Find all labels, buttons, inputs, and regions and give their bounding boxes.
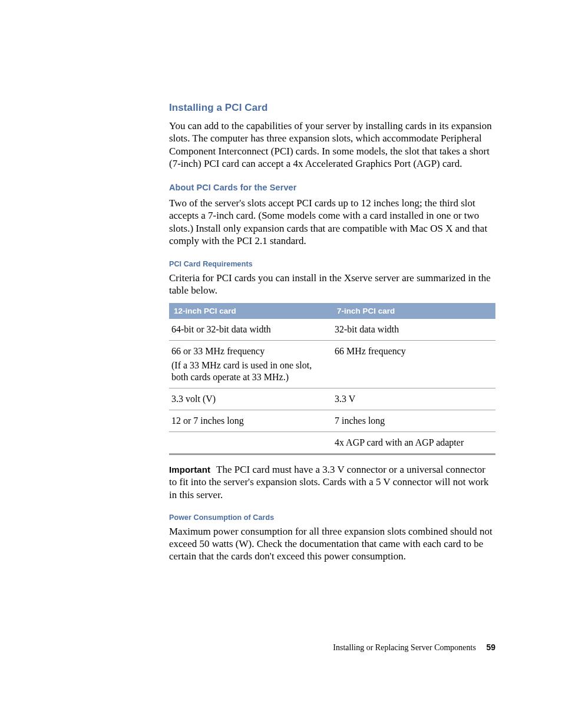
table-cell: 4x AGP card with an AGP adapter — [332, 431, 495, 454]
paragraph-power: Maximum power consumption for all three … — [169, 525, 495, 563]
table-row: 4x AGP card with an AGP adapter — [169, 431, 495, 454]
table-cell: 3.3 volt (V) — [169, 388, 332, 410]
table-row: 66 or 33 MHz frequency (If a 33 MHz card… — [169, 340, 495, 388]
table-cell: 12 or 7 inches long — [169, 410, 332, 431]
heading-installing-pci: Installing a PCI Card — [169, 102, 495, 114]
table-cell: 7 inches long — [332, 410, 495, 431]
table-header-7inch: 7-inch PCI card — [332, 303, 495, 319]
heading-about-pci: About PCI Cards for the Server — [169, 183, 495, 192]
important-label: Important — [169, 465, 210, 475]
paragraph-about: Two of the server's slots accept PCI car… — [169, 197, 495, 247]
table-cell: 32-bit data width — [332, 319, 495, 341]
paragraph-intro: You can add to the capabilities of your … — [169, 120, 495, 170]
important-note: Important The PCI card must have a 3.3 V… — [169, 463, 495, 502]
table-row: 12 or 7 inches long 7 inches long — [169, 410, 495, 431]
table-header-12inch: 12-inch PCI card — [169, 303, 332, 319]
table-row: 3.3 volt (V) 3.3 V — [169, 388, 495, 410]
footer-page-number: 59 — [486, 643, 495, 652]
table-cell: 3.3 V — [332, 388, 495, 410]
table-cell: 64-bit or 32-bit data width — [169, 319, 332, 341]
page-footer: Installing or Replacing Server Component… — [333, 643, 495, 653]
heading-power-consumption: Power Consumption of Cards — [169, 513, 495, 522]
table-cell — [169, 431, 332, 454]
heading-requirements: PCI Card Requirements — [169, 260, 495, 268]
requirements-table: 12-inch PCI card 7-inch PCI card 64-bit … — [169, 303, 495, 455]
important-text: The PCI card must have a 3.3 V connector… — [169, 464, 489, 501]
table-cell: 66 MHz frequency — [332, 340, 495, 388]
paragraph-criteria: Criteria for PCI cards you can install i… — [169, 272, 495, 297]
table-row: 64-bit or 32-bit data width 32-bit data … — [169, 319, 495, 341]
document-page: Installing a PCI Card You can add to the… — [0, 0, 562, 728]
table-cell: 66 or 33 MHz frequency (If a 33 MHz card… — [169, 340, 332, 388]
footer-chapter-title: Installing or Replacing Server Component… — [333, 643, 476, 652]
